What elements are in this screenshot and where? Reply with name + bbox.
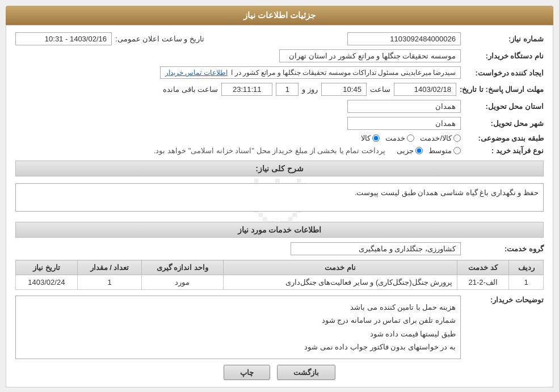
radio-kala[interactable]: کالا (361, 134, 380, 142)
announce-label: تاریخ و ساعت اعلان عمومی: (115, 35, 204, 43)
response-clock: 23:11:11 (221, 83, 272, 96)
process-desc: پرداخت تمام یا بخشی از مبلغ خریداز محل "… (154, 146, 385, 155)
buttons-row: بازگشت چاپ (15, 365, 544, 380)
radio-khadamat[interactable]: خدمت (385, 134, 414, 142)
radio-jozi[interactable]: جزیی (397, 146, 423, 155)
radio-kala-khadamat-label: کالا/خدمت (420, 134, 452, 142)
buyer-desc-line: هزینه حمل با تامین کننده می باشد (20, 301, 456, 314)
cell-unit: مورد (142, 275, 223, 290)
buyer-desc-row: توضیحات خریدار: هزینه حمل با تامین کننده… (15, 296, 544, 359)
cell-date: 1403/02/24 (16, 275, 78, 290)
city-label: شهر محل تحویل: (464, 119, 544, 128)
process-row: نوع فرآیند خرید : متوسط جزیی پرداخت تمام… (15, 146, 544, 155)
radio-mottavaset[interactable]: متوسط (428, 146, 461, 155)
page-wrapper: جزئیات اطلاعات نیاز 🛡 شماره نیاز: 110309… (0, 0, 559, 392)
col-qty: تعداد / مقدار (77, 260, 142, 275)
col-row: ردیف (509, 260, 544, 275)
response-deadline-label: مهلت ارسال پاسخ: تا تاریخ: (460, 85, 544, 94)
print-button[interactable]: چاپ (224, 365, 270, 380)
creator-link[interactable]: اطلاعات تماس خریدار (165, 69, 228, 77)
buyer-org-value: موسسه تحقیقات جنگلها و مراتع کشور در است… (279, 49, 461, 62)
table-header-row: ردیف کد خدمت نام خدمت واحد اندازه گیری ت… (16, 260, 544, 275)
radio-jozi-label: جزیی (397, 146, 414, 155)
creator-text: سیدرضا میرعابدینی مسئول تداراکات موسسه ت… (231, 69, 456, 77)
buyer-desc-line: شماره تلفن برای تماس در سامانه درج شود (20, 314, 456, 327)
creator-label: ایجاد کننده درخواست: (464, 69, 544, 77)
response-date: 1403/02/18 (394, 83, 456, 96)
announce-value: 1403/02/16 - 10:31 (15, 32, 112, 45)
category-radios: کالا/خدمت خدمت کالا (361, 134, 461, 142)
description-box: حفظ و نگهداری باغ گیاه شناسی همدان طبق ل… (15, 183, 544, 212)
cell-row: 1 (509, 275, 544, 290)
radio-mottavaset-input[interactable] (453, 147, 461, 154)
province-label: استان محل تحویل: (464, 102, 544, 111)
cell-name: پرورش جنگل(جنگل‌کاری) و سایر فعالیت‌های … (223, 275, 457, 290)
need-number-label: شماره نیاز: (464, 35, 544, 43)
creator-value: سیدرضا میرعابدینی مسئول تداراکات موسسه ت… (160, 66, 461, 79)
city-value: همدان (347, 117, 461, 130)
services-section-header: اطلاعات خدمات مورد نیاز (15, 222, 544, 238)
buyer-desc-line: به در خواستهای بدون فاکتور جواب داده نمی… (20, 340, 456, 353)
cell-qty: 1 (77, 275, 142, 290)
page-header: جزئیات اطلاعات نیاز (6, 6, 553, 25)
category-label: طبقه بندی موضوعی: (464, 134, 544, 142)
back-button[interactable]: بازگشت (277, 365, 335, 380)
need-number-value: 1103092484000026 (347, 32, 461, 45)
col-code: کد خدمت (457, 260, 509, 275)
radio-kala-khadamat-input[interactable] (453, 134, 461, 142)
need-number-row: شماره نیاز: 1103092484000026 تاریخ و ساع… (15, 32, 544, 45)
buyer-desc-box: هزینه حمل با تامین کننده می باشدشماره تل… (15, 296, 461, 359)
table-row: 1 الف-2-21 پرورش جنگل(جنگل‌کاری) و سایر … (16, 275, 544, 290)
col-date: تاریخ نیاز (16, 260, 78, 275)
main-card: 🛡 شماره نیاز: 1103092484000026 تاریخ و س… (6, 25, 553, 387)
radio-jozi-input[interactable] (415, 147, 423, 154)
radio-kala-input[interactable] (372, 134, 380, 142)
description-container: حفظ و نگهداری باغ گیاه شناسی همدان طبق ل… (15, 181, 544, 216)
col-unit: واحد اندازه گیری (142, 260, 223, 275)
process-radios: متوسط جزیی پرداخت تمام یا بخشی از مبلغ خ… (154, 146, 461, 155)
service-group-value: کشاورزی، جنگلداری و ماهیگیری (291, 242, 461, 255)
creator-row: ایجاد کننده درخواست: سیدرضا میرعابدینی م… (15, 66, 544, 79)
response-time: 10:45 (321, 83, 367, 96)
response-deadline-row: مهلت ارسال پاسخ: تا تاریخ: 1403/02/18 سا… (15, 83, 544, 96)
response-days: 1 (276, 83, 299, 96)
province-value: همدان (347, 100, 461, 113)
col-name: نام خدمت (223, 260, 457, 275)
content-area: شماره نیاز: 1103092484000026 تاریخ و ساع… (15, 32, 544, 380)
radio-khadamat-input[interactable] (407, 134, 414, 142)
process-label: نوع فرآیند خرید : (464, 146, 544, 155)
buyer-org-label: نام دستگاه خریدار: (464, 52, 544, 60)
category-row: طبقه بندی موضوعی: کالا/خدمت خدمت کالا (15, 134, 544, 142)
radio-khadamat-label: خدمت (385, 134, 405, 142)
city-row: شهر محل تحویل: همدان (15, 117, 544, 130)
buyer-desc-label: توضیحات خریدار: (464, 296, 544, 304)
radio-kala-label: کالا (361, 134, 371, 142)
province-row: استان محل تحویل: همدان (15, 100, 544, 113)
service-group-row: گروه خدمت: کشاورزی، جنگلداری و ماهیگیری (15, 242, 544, 255)
response-time-label: ساعت (370, 85, 390, 94)
buyer-org-row: نام دستگاه خریدار: موسسه تحقیقات جنگلها … (15, 49, 544, 62)
radio-mottavaset-label: متوسط (428, 146, 452, 155)
buyer-desc-line: طبق لیستها قیمت داده شود (20, 327, 456, 340)
services-table: ردیف کد خدمت نام خدمت واحد اندازه گیری ت… (15, 260, 544, 290)
service-group-label: گروه خدمت: (464, 245, 544, 253)
cell-code: الف-2-21 (457, 275, 509, 290)
description-section-header: شرح کلی نیاز: (15, 161, 544, 176)
page-title: جزئیات اطلاعات نیاز (243, 10, 316, 20)
radio-kala-khadamat[interactable]: کالا/خدمت (420, 134, 461, 142)
response-remaining-label: ساعت باقی مانده (163, 85, 218, 94)
response-day-label: روز و (302, 85, 318, 94)
